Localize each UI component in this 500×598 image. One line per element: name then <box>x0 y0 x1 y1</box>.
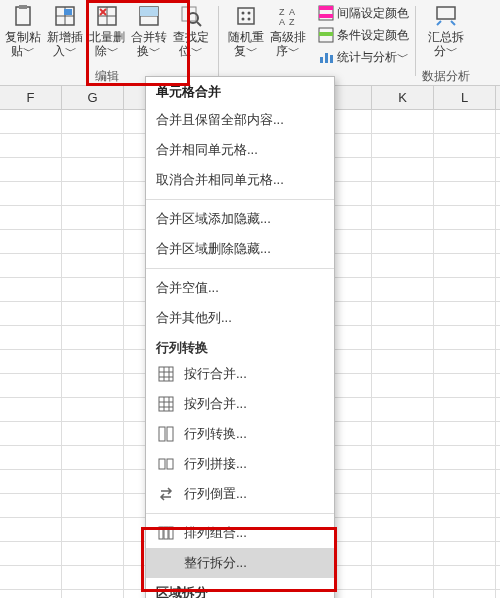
split-row-icon <box>156 553 176 573</box>
svg-rect-45 <box>159 427 165 441</box>
svg-rect-46 <box>167 427 173 441</box>
summary-split-icon <box>434 4 458 28</box>
menu-separator <box>146 199 334 200</box>
find-locate-label: 查找定 位﹀ <box>173 30 209 58</box>
svg-rect-33 <box>330 55 333 63</box>
ribbon-separator <box>218 6 219 76</box>
cond-color-label: 条件设定颜色 <box>337 27 409 44</box>
menu-merge-empty[interactable]: 合并空值... <box>146 273 334 303</box>
svg-point-18 <box>242 12 245 15</box>
ribbon-toolbar: 复制粘 贴﹀ 新增插 入﹀ 北量删 除﹀ 合并转 换﹀ <box>0 0 500 86</box>
menu-unmerge-same[interactable]: 取消合并相同单元格... <box>146 165 334 195</box>
svg-line-16 <box>197 22 201 26</box>
menu-merge-by-row[interactable]: 按行合并... <box>146 359 334 389</box>
menu-section-cell-merge: 单元格合并 <box>146 77 334 105</box>
col-h-k[interactable]: K <box>372 86 434 109</box>
insert-label: 新增插 入﹀ <box>47 30 83 58</box>
svg-rect-35 <box>159 367 173 381</box>
svg-point-21 <box>248 18 251 21</box>
svg-rect-13 <box>140 7 158 16</box>
svg-rect-40 <box>159 397 173 411</box>
ribbon-side-group: 间隔设定颜色 条件设定颜色 统计与分析﹀ <box>311 2 411 68</box>
merge-convert-menu: 单元格合并 合并且保留全部内容... 合并相同单元格... 取消合并相同单元格.… <box>145 76 335 598</box>
menu-separator-2 <box>146 268 334 269</box>
batch-delete-icon <box>95 4 119 28</box>
menu-section-rowcol: 行列转换 <box>146 333 334 359</box>
menu-merge-area-del-hidden[interactable]: 合并区域删除隐藏... <box>146 234 334 264</box>
transpose-icon <box>156 424 176 444</box>
insert-icon <box>53 4 77 28</box>
merge-convert-icon <box>137 4 161 28</box>
svg-rect-51 <box>169 527 173 539</box>
svg-rect-50 <box>164 527 168 539</box>
stats-label: 统计与分析﹀ <box>337 49 409 66</box>
insert-button[interactable]: 新增插 入﹀ <box>44 2 86 68</box>
col-h-l[interactable]: L <box>434 86 496 109</box>
concat-icon <box>156 454 176 474</box>
svg-rect-0 <box>16 7 30 25</box>
menu-permutation[interactable]: 排列组合... <box>146 518 334 548</box>
cond-color-button[interactable]: 条件设定颜色 <box>315 25 411 45</box>
menu-separator-3 <box>146 513 334 514</box>
interval-color-label: 间隔设定颜色 <box>337 5 409 22</box>
ribbon-group-sort: 随机重 复﹀ ZAAZ 高级排 序﹀ <box>223 2 311 85</box>
svg-text:Z: Z <box>279 7 285 17</box>
permutation-icon <box>156 523 176 543</box>
merge-convert-button[interactable]: 合并转 换﹀ <box>128 2 170 68</box>
menu-merge-keep-all[interactable]: 合并且保留全部内容... <box>146 105 334 135</box>
col-h-g[interactable]: G <box>62 86 124 109</box>
svg-rect-5 <box>64 9 72 15</box>
svg-rect-48 <box>167 459 173 469</box>
svg-text:A: A <box>289 7 295 17</box>
svg-rect-28 <box>319 14 333 18</box>
random-icon <box>234 4 258 28</box>
menu-section-area-split: 区域拆分 <box>146 578 334 598</box>
svg-rect-17 <box>238 8 254 24</box>
menu-merge-area-add-hidden[interactable]: 合并区域添加隐藏... <box>146 204 334 234</box>
svg-rect-30 <box>319 32 333 36</box>
merge-convert-label: 合并转 换﹀ <box>131 30 167 58</box>
menu-merge-by-col[interactable]: 按列合并... <box>146 389 334 419</box>
batch-delete-button[interactable]: 北量删 除﹀ <box>86 2 128 68</box>
svg-rect-49 <box>159 527 163 539</box>
svg-rect-1 <box>19 5 27 9</box>
ribbon-group-analysis: 汇总拆 分﹀ 数据分析 <box>420 2 472 85</box>
find-locate-button[interactable]: 查找定 位﹀ <box>170 2 212 68</box>
stats-icon <box>317 48 335 66</box>
svg-text:A: A <box>279 17 285 27</box>
clipboard-icon <box>11 4 35 28</box>
adv-sort-label: 高级排 序﹀ <box>270 30 306 58</box>
svg-rect-31 <box>320 57 323 63</box>
copy-paste-label: 复制粘 贴﹀ <box>5 30 41 58</box>
col-h-f[interactable]: F <box>0 86 62 109</box>
ribbon-separator-2 <box>415 6 416 76</box>
ribbon-group-edit: 复制粘 贴﹀ 新增插 入﹀ 北量删 除﹀ 合并转 换﹀ <box>0 2 214 85</box>
summary-split-label: 汇总拆 分﹀ <box>428 30 464 58</box>
random-redo-label: 随机重 复﹀ <box>228 30 264 58</box>
search-icon <box>179 4 203 28</box>
interval-color-button[interactable]: 间隔设定颜色 <box>315 3 411 23</box>
adv-sort-button[interactable]: ZAAZ 高级排 序﹀ <box>267 2 309 68</box>
svg-point-19 <box>248 12 251 15</box>
random-redo-button[interactable]: 随机重 复﹀ <box>225 2 267 68</box>
copy-paste-button[interactable]: 复制粘 贴﹀ <box>2 2 44 68</box>
menu-rowcol-concat[interactable]: 行列拼接... <box>146 449 334 479</box>
summary-split-button[interactable]: 汇总拆 分﹀ <box>425 2 467 68</box>
menu-merge-same[interactable]: 合并相同单元格... <box>146 135 334 165</box>
stats-button[interactable]: 统计与分析﹀ <box>315 47 411 67</box>
group-label-analysis: 数据分析 <box>422 68 470 84</box>
batch-delete-label: 北量删 除﹀ <box>89 30 125 58</box>
menu-split-row[interactable]: 整行拆分... <box>146 548 334 578</box>
menu-rowcol-reverse[interactable]: 行列倒置... <box>146 479 334 509</box>
svg-rect-32 <box>325 53 328 63</box>
svg-point-20 <box>242 18 245 21</box>
svg-rect-34 <box>437 7 455 19</box>
reverse-icon <box>156 484 176 504</box>
grid-icon <box>156 364 176 384</box>
menu-rowcol-convert[interactable]: 行列转换... <box>146 419 334 449</box>
grid-icon <box>156 394 176 414</box>
svg-rect-47 <box>159 459 165 469</box>
interval-color-icon <box>317 4 335 22</box>
sort-icon: ZAAZ <box>276 4 300 28</box>
menu-merge-other-cols[interactable]: 合并其他列... <box>146 303 334 333</box>
